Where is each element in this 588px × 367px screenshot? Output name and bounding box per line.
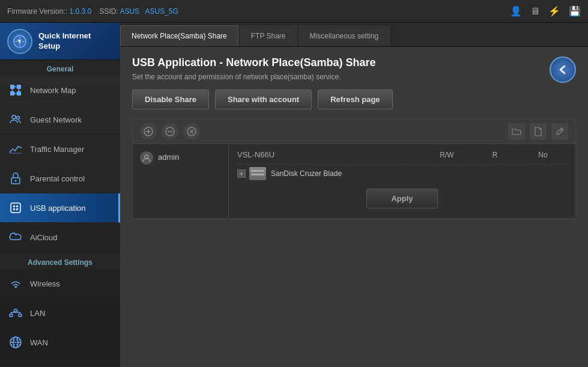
toolbar-left	[140, 123, 200, 140]
aicloud-icon	[7, 229, 24, 246]
content-area: USB Application - Network Place(Samba) S…	[120, 47, 588, 367]
parental-control-icon	[7, 170, 24, 187]
sidebar: Quick InternetSetup General Network Map	[0, 23, 120, 367]
ssid-5g[interactable]: ASUS_5G	[145, 7, 178, 16]
svg-point-46	[145, 155, 148, 159]
table-area: admin VSL-N66U R/W R No +	[132, 119, 576, 219]
lan-label: LAN	[30, 309, 45, 318]
folder-icon[interactable]	[508, 123, 525, 140]
usb-icon[interactable]: ⚡	[548, 5, 560, 17]
sidebar-item-aicloud[interactable]: AiCloud	[0, 223, 120, 252]
traffic-manager-icon	[7, 141, 24, 157]
sidebar-item-usb-application[interactable]: USB application	[0, 193, 120, 223]
parental-control-label: Parental control	[30, 174, 85, 183]
svg-rect-25	[10, 314, 13, 317]
lan-icon	[7, 305, 24, 321]
sidebar-item-wan[interactable]: WAN	[0, 328, 120, 357]
disk-row: + SanDisk Cruzer Blade	[237, 164, 567, 183]
tab-samba[interactable]: Network Place(Samba) Share	[120, 25, 238, 46]
tabs: Network Place(Samba) Share FTP Share Mis…	[120, 23, 588, 47]
sidebar-item-wireless[interactable]: Wireless	[0, 269, 120, 299]
device-name: VSL-N66U	[237, 150, 423, 159]
firmware-version[interactable]: 1.0.3.0	[69, 7, 91, 16]
svg-rect-27	[19, 314, 22, 317]
expand-button[interactable]: +	[237, 169, 246, 178]
general-section: General	[0, 60, 120, 76]
sidebar-item-network-map[interactable]: Network Map	[0, 76, 120, 105]
svg-rect-9	[17, 91, 21, 96]
svg-rect-16	[10, 153, 22, 154]
save-icon[interactable]: 💾	[569, 5, 581, 17]
sidebar-item-parental-control[interactable]: Parental control	[0, 164, 120, 193]
svg-rect-8	[10, 91, 14, 96]
back-button[interactable]	[550, 56, 576, 83]
sidebar-item-guest-network[interactable]: Guest Network	[0, 105, 120, 135]
apply-button[interactable]: Apply	[366, 189, 437, 208]
file-icon[interactable]	[530, 123, 547, 140]
sidebar-logo[interactable]: Quick InternetSetup	[0, 23, 120, 60]
rw-header: R/W	[423, 151, 471, 159]
wan-icon	[7, 334, 24, 351]
svg-rect-21	[16, 205, 18, 207]
apply-button-wrapper: Apply	[237, 183, 567, 212]
usb-application-icon	[7, 199, 24, 216]
network-map-label: Network Map	[30, 86, 76, 95]
traffic-manager-label: Traffic Manager	[30, 145, 84, 154]
wireless-icon	[7, 275, 24, 292]
user-avatar	[140, 151, 153, 165]
toolbar-right	[508, 123, 568, 140]
top-bar: Firmware Version:: 1.0.3.0 SSID: ASUS AS…	[0, 0, 588, 23]
sidebar-item-lan[interactable]: LAN	[0, 299, 120, 328]
main-layout: Quick InternetSetup General Network Map	[0, 23, 588, 367]
advanced-section: Advanced Settings	[0, 253, 120, 269]
main-content: Network Place(Samba) Share FTP Share Mis…	[120, 23, 588, 367]
no-header: No	[519, 151, 567, 159]
firmware-label: Firmware Version::	[7, 7, 67, 16]
r-header: R	[471, 151, 519, 159]
remove-icon[interactable]	[162, 123, 178, 140]
device-header: VSL-N66U R/W R No	[237, 150, 567, 159]
content-column: VSL-N66U R/W R No + SanDisk Cruzer Blade	[229, 144, 575, 218]
svg-point-18	[15, 180, 17, 182]
refresh-page-button[interactable]: Refresh page	[318, 89, 392, 109]
disable-share-button[interactable]: Disable Share	[132, 89, 209, 109]
disk-name: SanDisk Cruzer Blade	[271, 169, 567, 178]
guest-network-icon	[7, 111, 24, 128]
aicloud-label: AiCloud	[30, 233, 58, 242]
add-icon[interactable]	[140, 123, 157, 140]
svg-rect-19	[11, 203, 20, 213]
page-description: Set the account and permission of networ…	[132, 73, 576, 81]
svg-rect-20	[13, 205, 15, 207]
user-column: admin	[133, 144, 229, 218]
svg-line-45	[560, 129, 562, 131]
sidebar-item-traffic-manager[interactable]: Traffic Manager	[0, 135, 120, 164]
tab-ftp[interactable]: FTP Share	[240, 25, 297, 46]
table-toolbar	[133, 120, 575, 144]
edit-icon[interactable]	[551, 123, 568, 140]
table-row: admin VSL-N66U R/W R No +	[133, 144, 575, 219]
tab-misc[interactable]: Miscellaneous setting	[299, 25, 390, 46]
ssid-main[interactable]: ASUS	[120, 7, 139, 16]
logo-text: Quick InternetSetup	[38, 31, 91, 52]
wan-label: WAN	[30, 338, 48, 347]
share-account-button[interactable]: Share with account	[215, 89, 312, 109]
usb-application-label: USB application	[30, 204, 86, 213]
guest-network-label: Guest Network	[30, 115, 82, 124]
users-icon[interactable]: 👤	[510, 5, 522, 17]
clear-icon[interactable]	[183, 123, 200, 140]
svg-point-14	[12, 115, 16, 119]
network-map-icon	[7, 82, 24, 99]
svg-point-15	[17, 117, 20, 120]
user-name: admin	[158, 151, 179, 162]
wireless-label: Wireless	[30, 279, 60, 288]
top-bar-icons: 👤 🖥 ⚡ 💾	[510, 5, 581, 17]
logo-icon	[7, 29, 32, 54]
disk-icon	[249, 167, 266, 180]
svg-rect-7	[17, 85, 21, 89]
ssid-label: SSID:	[99, 7, 118, 16]
action-buttons: Disable Share Share with account Refresh…	[132, 89, 576, 109]
page-title: USB Application - Network Place(Samba) S…	[132, 56, 576, 69]
monitor-icon[interactable]: 🖥	[530, 6, 540, 17]
svg-rect-6	[10, 85, 14, 89]
svg-point-24	[15, 287, 16, 288]
